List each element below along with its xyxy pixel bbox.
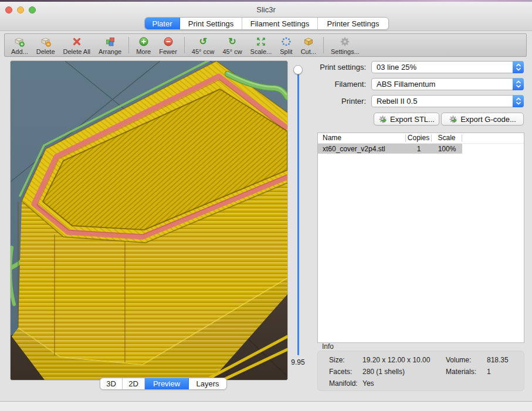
- manifold-value: Yes: [362, 379, 374, 388]
- arrange-cubes-icon: [105, 36, 116, 47]
- cut-box-icon: [303, 36, 314, 47]
- column-header-copies[interactable]: Copies: [406, 134, 432, 142]
- arrange-label: Arrange: [99, 48, 121, 55]
- more-button[interactable]: More: [132, 35, 155, 56]
- rotate-cw-label: 45° cw: [222, 48, 242, 55]
- delete-all-icon: [72, 36, 82, 47]
- scale-button[interactable]: Scale...: [246, 35, 276, 56]
- row-copies: 1: [406, 145, 432, 153]
- status-bar: [0, 401, 532, 411]
- manifold-label: Manifold:: [329, 379, 358, 388]
- tab-layers[interactable]: Layers: [189, 378, 226, 389]
- add-button[interactable]: Add...: [7, 35, 32, 56]
- toolbar: Add... Delete Delete All: [4, 33, 527, 57]
- info-box: Size: 19.20 x 12.00 x 10.00 Volume: 818.…: [317, 351, 524, 391]
- split-button[interactable]: Split: [276, 35, 296, 56]
- facets-value: 280 (1 shells): [362, 368, 405, 376]
- tab-3d[interactable]: 3D: [100, 378, 123, 389]
- delete-label: Delete: [36, 48, 55, 55]
- export-stl-label: Export STL...: [390, 115, 435, 124]
- tab-print-settings[interactable]: Print Settings: [180, 18, 242, 29]
- info-section-title: Info: [322, 342, 334, 351]
- export-gear-arrow-icon: [378, 115, 387, 124]
- rotate-ccw-button[interactable]: ↺ 45° ccw: [188, 35, 219, 56]
- chevron-up-down-icon: [513, 78, 524, 90]
- tab-plater[interactable]: Plater: [145, 18, 180, 29]
- printer-value: Rebell II 0.5: [377, 96, 417, 107]
- scale-arrows-icon: [256, 36, 266, 47]
- slic3r-window: Slic3r Plater Print Settings Filament Se…: [0, 0, 532, 411]
- toolbar-separator: [128, 37, 129, 53]
- more-plus-icon: [138, 36, 149, 47]
- fewer-label: Fewer: [159, 48, 177, 55]
- rotate-ccw-icon: ↺: [199, 36, 206, 47]
- materials-value: 1: [487, 368, 491, 376]
- materials-label: Materials:: [446, 368, 476, 376]
- settings-label: Settings...: [331, 48, 360, 55]
- export-stl-button[interactable]: Export STL...: [374, 113, 439, 125]
- print-settings-label: Print settings:: [307, 61, 366, 73]
- row-scale: 100%: [432, 145, 462, 153]
- main-tab-bar: Plater Print Settings Filament Settings …: [144, 17, 389, 30]
- add-label: Add...: [11, 48, 28, 55]
- filament-value: ABS Fillamentum: [377, 79, 435, 90]
- window-title: Slic3r: [0, 5, 532, 14]
- size-label: Size:: [329, 356, 345, 364]
- settings-gear-icon: [340, 36, 350, 47]
- volume-value: 818.35: [487, 356, 509, 364]
- split-label: Split: [280, 48, 292, 55]
- printer-label: Printer:: [307, 95, 366, 107]
- export-gcode-label: Export G-code...: [460, 115, 516, 124]
- toolbar-separator: [184, 37, 185, 53]
- tab-filament-settings[interactable]: Filament Settings: [242, 18, 318, 29]
- rotate-cw-icon: ↻: [228, 36, 236, 47]
- size-value: 19.20 x 12.00 x 10.00: [362, 356, 430, 364]
- split-dots-icon: [281, 36, 292, 47]
- settings-button[interactable]: Settings...: [327, 35, 364, 56]
- more-label: More: [136, 48, 151, 55]
- fewer-button[interactable]: Fewer: [155, 35, 181, 56]
- tab-2d[interactable]: 2D: [123, 378, 145, 389]
- layer-slider-value: 9.95: [287, 358, 309, 366]
- column-header-scale[interactable]: Scale: [432, 134, 462, 142]
- 3d-preview-canvas[interactable]: [10, 60, 288, 381]
- volume-label: Volume:: [446, 356, 471, 364]
- facets-label: Facets:: [329, 368, 352, 376]
- print-settings-select[interactable]: 03 line 25%: [371, 61, 524, 73]
- arrange-button[interactable]: Arrange: [94, 35, 126, 56]
- printer-select[interactable]: Rebell II 0.5: [371, 95, 524, 107]
- tab-preview[interactable]: Preview: [145, 378, 189, 389]
- rotate-ccw-label: 45° ccw: [192, 48, 215, 55]
- export-gear-arrow-icon: [449, 115, 458, 124]
- row-name: xt60_cover_v2p4.stl: [318, 145, 406, 153]
- rotate-cw-button[interactable]: ↻ 45° cw: [218, 35, 246, 56]
- delete-all-label: Delete All: [63, 48, 90, 55]
- chevron-up-down-icon: [513, 95, 524, 107]
- objects-table[interactable]: Name Copies Scale xt60_cover_v2p4.stl 1 …: [317, 133, 524, 343]
- objects-table-header: Name Copies Scale: [318, 133, 524, 144]
- export-gcode-button[interactable]: Export G-code...: [441, 113, 524, 125]
- toolbar-separator: [323, 37, 324, 53]
- layer-slider-track[interactable]: [297, 70, 299, 355]
- filament-select[interactable]: ABS Fillamentum: [371, 78, 524, 90]
- delete-all-button[interactable]: Delete All: [59, 35, 94, 56]
- print-settings-value: 03 line 25%: [377, 62, 416, 73]
- chevron-up-down-icon: [513, 61, 524, 73]
- column-header-name[interactable]: Name: [318, 134, 406, 142]
- delete-button[interactable]: Delete: [32, 35, 59, 56]
- scale-label: Scale...: [250, 48, 272, 55]
- delete-box-icon: [40, 36, 51, 47]
- add-box-icon: [14, 36, 25, 47]
- tab-printer-settings[interactable]: Printer Settings: [318, 18, 388, 29]
- cut-label: Cut...: [301, 48, 316, 55]
- cut-button[interactable]: Cut...: [297, 35, 320, 56]
- table-row[interactable]: xt60_cover_v2p4.stl 1 100%: [318, 144, 462, 154]
- filament-label: Filament:: [307, 78, 366, 90]
- layer-slider-thumb[interactable]: [293, 65, 303, 74]
- fewer-minus-icon: [163, 36, 174, 47]
- view-mode-tab-bar: 3D 2D Preview Layers: [100, 378, 227, 390]
